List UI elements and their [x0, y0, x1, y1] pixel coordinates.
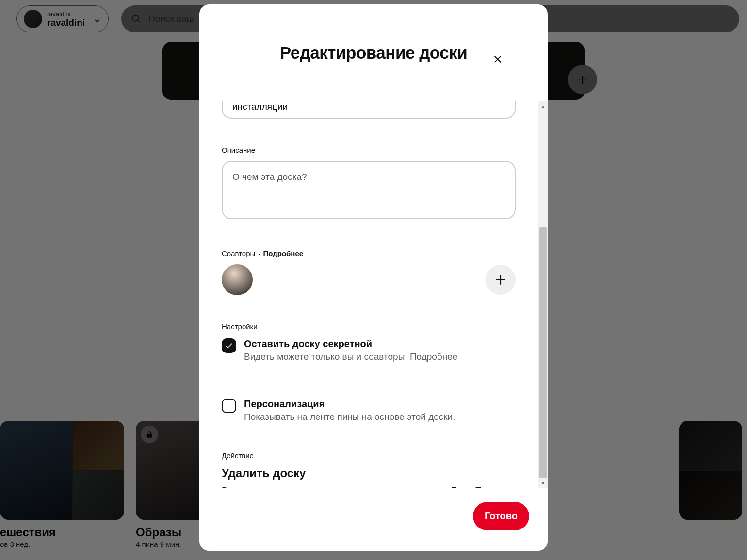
checkmark-icon — [225, 341, 233, 350]
collaborators-label: Соавторы — [222, 249, 255, 257]
add-collaborator-button[interactable] — [486, 265, 516, 295]
delete-board-button[interactable]: Удалить доску — [222, 466, 516, 480]
scroll-thumb[interactable] — [539, 227, 547, 482]
scroll-down-button[interactable]: ▼ — [538, 478, 548, 488]
modal-footer: Готово — [199, 488, 548, 551]
action-label: Действие — [222, 451, 516, 460]
secret-more-link[interactable]: Подробнее — [410, 352, 458, 362]
description-label: Описание — [222, 146, 516, 154]
done-button[interactable]: Готово — [473, 502, 529, 530]
delete-description: Вы можете восстановить удаленную доску в… — [222, 484, 516, 488]
description-input[interactable] — [222, 161, 516, 219]
modal-header: Редактирование доски — [199, 4, 548, 101]
name-input[interactable]: инсталляции — [222, 101, 516, 119]
secret-description: Видеть можете только вы и соавторы. Подр… — [244, 351, 516, 364]
collaborator-avatar[interactable] — [222, 264, 253, 295]
scrollbar[interactable]: ▲ ▼ — [538, 101, 548, 488]
collaborators-more-link[interactable]: Подробнее — [263, 249, 304, 257]
plus-icon — [494, 273, 507, 286]
personalization-title: Персонализация — [244, 398, 516, 411]
modal-title: Редактирование доски — [280, 43, 468, 63]
edit-board-modal: Редактирование доски инсталляции Описани… — [199, 4, 548, 551]
personalization-description: Показывать на ленте пины на основе этой … — [244, 411, 516, 424]
modal-body: инсталляции Описание Соавторы · Подробне… — [199, 101, 538, 488]
secret-checkbox[interactable] — [222, 338, 236, 353]
personalization-checkbox[interactable] — [222, 399, 236, 413]
close-icon — [492, 53, 503, 65]
secret-title: Оставить доску секретной — [244, 337, 516, 351]
scroll-up-button[interactable]: ▲ — [538, 101, 548, 111]
close-button[interactable] — [487, 49, 508, 69]
settings-label: Настройки — [222, 322, 516, 331]
